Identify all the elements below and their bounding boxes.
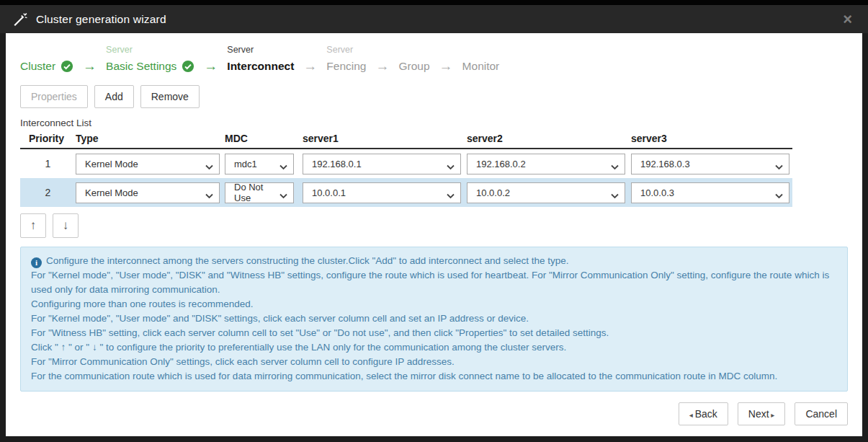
type-select-value: Kernel Mode <box>85 187 138 198</box>
column-header-server2: server2 <box>467 133 631 144</box>
interconnect-table: Priority Type MDC server1 server2 server… <box>20 133 792 207</box>
info-line: For "Witness HB" setting, click each ser… <box>31 326 837 340</box>
window-title: Cluster generation wizard <box>36 13 166 26</box>
info-icon: i <box>31 257 42 268</box>
server2-select-value: 192.168.0.2 <box>476 159 526 169</box>
chevron-down-icon <box>447 190 455 201</box>
column-header-server1: server1 <box>303 133 467 144</box>
step-basic-settings[interactable]: Server Basic Settings <box>106 43 194 76</box>
server1-select[interactable]: 10.0.0.1 <box>303 182 461 203</box>
server3-select[interactable]: 192.168.0.3 <box>631 154 789 174</box>
step-arrow-icon: → <box>430 57 462 76</box>
mdc-select[interactable]: Do Not Use <box>225 182 294 203</box>
server1-select-value: 10.0.0.1 <box>312 187 346 198</box>
step-label: Fencing <box>326 60 366 73</box>
mdc-select[interactable]: mdc1 <box>225 154 294 174</box>
step-label: Basic Settings <box>106 60 176 73</box>
info-line: For the communication route which is use… <box>31 369 837 384</box>
chevron-down-icon <box>775 190 783 201</box>
step-sublabel: Server <box>326 43 366 57</box>
back-button-label: Back <box>695 408 717 420</box>
chevron-down-icon <box>205 162 213 172</box>
server1-select[interactable]: 192.168.0.1 <box>303 154 461 174</box>
column-header-server3: server3 <box>631 133 792 144</box>
column-header-priority: Priority <box>20 133 76 144</box>
chevron-down-icon <box>447 162 455 172</box>
move-up-button[interactable]: ↑ <box>20 213 46 238</box>
server1-select-value: 192.168.0.1 <box>312 159 362 169</box>
info-line: For "Kernel mode", "User mode", "DISK" a… <box>31 268 837 297</box>
right-triangle-icon: ▸ <box>769 411 775 419</box>
step-arrow-icon: → <box>367 57 399 76</box>
back-button[interactable]: ◂ Back <box>679 402 728 425</box>
server2-select-value: 10.0.0.2 <box>476 187 510 198</box>
column-header-type: Type <box>76 133 225 144</box>
server3-select-value: 10.0.0.3 <box>640 187 674 198</box>
priority-value: 2 <box>20 187 76 198</box>
step-label: Interconnect <box>227 60 294 73</box>
footer-actions: ◂ Back Next ▸ Cancel <box>679 402 848 425</box>
step-monitor[interactable]: Monitor <box>462 43 500 76</box>
check-circle-icon <box>61 60 73 73</box>
step-label: Monitor <box>462 60 500 73</box>
properties-button[interactable]: Properties <box>20 85 88 108</box>
mdc-select-value: mdc1 <box>234 159 257 169</box>
next-button-label: Next <box>748 408 769 420</box>
add-button[interactable]: Add <box>94 85 134 108</box>
info-line: Click " ↑ " or " ↓ " to configure the pr… <box>31 340 837 355</box>
wizard-stepper: Cluster → Server Basic Settings → S <box>14 43 854 76</box>
step-fencing[interactable]: Server Fencing <box>326 43 366 76</box>
magic-wand-icon <box>13 12 28 27</box>
toolbar: Properties Add Remove <box>14 85 854 108</box>
info-panel: iConfigure the interconnect among the se… <box>20 247 848 392</box>
step-arrow-icon: → <box>294 57 326 76</box>
step-cluster[interactable]: Cluster <box>20 43 73 76</box>
step-sublabel <box>20 43 73 57</box>
step-label: Group <box>399 60 430 73</box>
info-line: iConfigure the interconnect among the se… <box>31 254 837 268</box>
remove-button[interactable]: Remove <box>140 85 200 108</box>
mdc-select-value: Do Not Use <box>234 182 276 203</box>
type-select-value: Kernel Mode <box>85 159 138 169</box>
step-label: Cluster <box>20 60 55 73</box>
step-group[interactable]: Group <box>399 43 430 76</box>
wizard-dialog: Cluster generation wizard × Cluster → Se… <box>0 0 868 442</box>
type-select[interactable]: Kernel Mode <box>76 154 220 174</box>
priority-controls: ↑ ↓ <box>14 213 854 238</box>
check-circle-icon <box>182 60 194 73</box>
column-header-mdc: MDC <box>225 133 303 144</box>
titlebar: Cluster generation wizard × <box>0 5 868 33</box>
step-sublabel <box>462 43 500 57</box>
cancel-button[interactable]: Cancel <box>795 402 848 425</box>
next-button[interactable]: Next ▸ <box>738 402 786 425</box>
step-sublabel <box>399 43 430 57</box>
dialog-top-border <box>0 0 868 5</box>
server3-select[interactable]: 10.0.0.3 <box>631 182 789 203</box>
chevron-down-icon <box>279 190 287 201</box>
server3-select-value: 192.168.0.3 <box>640 159 690 169</box>
info-line: For "Mirror Communication Only" settings… <box>31 355 837 369</box>
info-line: For "Kernel mode", "User mode" and "DISK… <box>31 311 837 326</box>
step-interconnect[interactable]: Server Interconnect <box>227 43 294 76</box>
table-row[interactable]: 1 Kernel Mode mdc1 192.168.0.1 <box>20 149 792 178</box>
chevron-down-icon <box>775 162 783 172</box>
step-arrow-icon: → <box>194 57 227 76</box>
server2-select[interactable]: 192.168.0.2 <box>467 154 625 174</box>
type-select[interactable]: Kernel Mode <box>76 182 220 203</box>
chevron-down-icon <box>279 162 287 172</box>
close-icon[interactable]: × <box>840 12 855 27</box>
chevron-down-icon <box>611 190 619 201</box>
wizard-content: Cluster → Server Basic Settings → S <box>6 33 862 436</box>
table-row-selected[interactable]: 2 Kernel Mode Do Not Use 10.0.0.1 <box>20 178 792 207</box>
server2-select[interactable]: 10.0.0.2 <box>467 182 625 203</box>
info-text: Configure the interconnect among the ser… <box>46 255 569 266</box>
step-arrow-icon: → <box>73 57 106 76</box>
chevron-down-icon <box>205 190 213 201</box>
move-down-button[interactable]: ↓ <box>53 213 79 238</box>
interconnect-list-title: Interconnect List <box>14 118 854 128</box>
chevron-down-icon <box>611 162 619 172</box>
left-triangle-icon: ◂ <box>689 411 695 419</box>
info-line: Configuring more than one routes is reco… <box>31 297 837 311</box>
step-sublabel: Server <box>106 43 194 57</box>
priority-value: 1 <box>20 158 76 169</box>
